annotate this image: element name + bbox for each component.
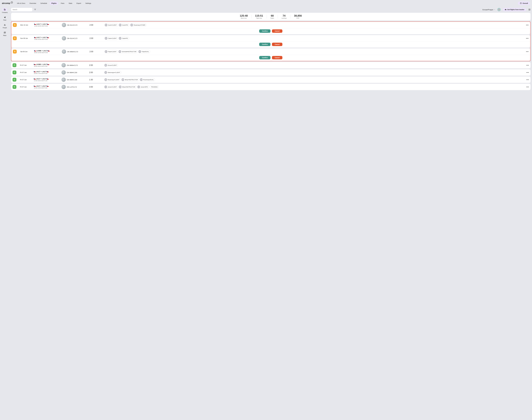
chip-label: Gosh•PIC: [122, 24, 128, 26]
sidebar-item-label: Maps: [3, 35, 6, 36]
confirm-button[interactable]: Confirm: [259, 56, 271, 59]
duration: 1:30: [89, 79, 103, 81]
more-button[interactable]: •••: [525, 86, 529, 88]
chip-label: Schmidt•INSTRUCTOR: [122, 51, 137, 52]
get-flights-button[interactable]: Get flights from tracker: [503, 8, 526, 11]
more-button[interactable]: •••: [524, 37, 529, 40]
chevron-down-icon: [494, 9, 495, 10]
flight-row[interactable]: CFri 07 JunLKLT✈LKLT15:00-17:00 CEST•2:0…: [11, 69, 531, 76]
stat-flights: 68Flights: [270, 14, 274, 19]
flight-row[interactable]: CFri 07 JunLKLT✈LKLT13:30-15:00 CEST•1:3…: [11, 76, 531, 83]
time-subtext: 08:00-10:00 CEST•2:00: [34, 52, 61, 53]
person-chip[interactable]: JSSteinmayer•CLIENT: [104, 71, 121, 74]
timezone-select[interactable]: Europe/Prague: [483, 9, 495, 11]
person-chip[interactable]: EFFiala•CLIENT: [104, 50, 118, 53]
svg-rect-24: [529, 10, 529, 10]
cancel-button[interactable]: Cancel: [272, 56, 282, 59]
person-chip[interactable]: GJJones•CLIENT: [104, 85, 118, 89]
time-subtext: 13:30-15:00 CEST•1:30: [34, 80, 61, 81]
flight-route: LKLT✈LKLT14:00-16:00 CEST•2:00: [34, 23, 61, 27]
person-chip[interactable]: SRRosemary•OTHER: [130, 23, 146, 27]
nav-export[interactable]: Export: [75, 1, 83, 5]
more-button[interactable]: •••: [525, 71, 529, 74]
sidebar-item-maps[interactable]: Maps: [0, 31, 10, 36]
confirm-button[interactable]: Confirm: [259, 29, 271, 33]
flight-row[interactable]: SSat 08 JunLKMB✈LKLT08:00-10:00 CEST•2:0…: [11, 48, 530, 55]
nav-stats[interactable]: Stats: [67, 1, 74, 5]
cancel-button[interactable]: Cancel: [272, 29, 282, 33]
flight-card: SSat 08 JunLKMB✈LKLT08:00-10:00 CEST•2:0…: [11, 48, 530, 61]
stat-eur: 38,856EUR: [294, 14, 302, 19]
time-subtext: 10:00-13:00 CEST•3:00: [34, 87, 61, 89]
stat-value: 74: [281, 14, 287, 17]
time-subtext: 13:00-15:00 CEST•2:00: [34, 39, 61, 40]
person-chip[interactable]: PSSchmidt•INSTRUCTOR: [118, 50, 137, 53]
tag-chip[interactable]: TRAINING: [150, 85, 159, 89]
time-subtext: 15:00-17:00 CEST•2:00: [34, 73, 61, 74]
person-chip[interactable]: PGGosh•PIC: [119, 23, 129, 27]
aircraft-image: [61, 63, 66, 67]
sidebar-item-fleet[interactable]: Fleet: [0, 15, 10, 21]
avatar: CC: [119, 37, 122, 40]
chip-label: Minar•INSTRUCTOR: [122, 86, 135, 88]
aircraft-text: OK-OLV•C172: [67, 37, 77, 39]
search-input[interactable]: [11, 8, 32, 11]
aircraft-image: [61, 77, 66, 82]
person-chip[interactable]: EFFiala•DUAL: [138, 50, 150, 53]
duration: 2:00: [90, 50, 103, 53]
flight-row[interactable]: SSun 09 JunLKLT✈LKLT13:00-15:00 CEST•2:0…: [11, 35, 530, 42]
person-chip[interactable]: SMMinar•INSTRUCTOR: [119, 85, 136, 89]
person-chip[interactable]: PGGosh•CLIENT: [104, 23, 118, 27]
overall-label: Overall: [522, 2, 528, 4]
flag-icon: [34, 24, 36, 25]
apps-button[interactable]: [528, 9, 531, 11]
person-chip[interactable]: GJJones•SPIC: [137, 85, 149, 89]
more-button[interactable]: •••: [524, 24, 529, 26]
more-button[interactable]: •••: [525, 79, 529, 81]
flight-row[interactable]: CFri 07 JunLKLT✈LKLT10:00-13:00 CEST•3:0…: [11, 84, 531, 90]
person-chip[interactable]: SRRosemary•DUAL: [140, 78, 155, 81]
from-code: LKLT: [36, 36, 41, 38]
plane-icon: ✈: [41, 64, 43, 65]
flight-row[interactable]: SMon 10 JunLKLT✈LKLT14:00-16:00 CEST•2:0…: [11, 22, 530, 28]
nav-flights[interactable]: Flights: [50, 1, 58, 5]
nav-info-docs[interactable]: Info & Docs: [15, 1, 27, 5]
person-chip[interactable]: CCClark•CLIENT: [104, 37, 118, 40]
svg-rect-23: [530, 9, 530, 10]
action-row: ConfirmCancel: [11, 55, 530, 61]
overall-button[interactable]: Overall: [518, 1, 530, 5]
aircraft-text: OK-MMI•C150: [67, 79, 77, 81]
confirm-button[interactable]: Confirm: [259, 43, 271, 46]
nav-settings[interactable]: Settings: [84, 1, 93, 5]
brand-text: aircomp: [2, 2, 10, 4]
more-button[interactable]: •••: [525, 64, 529, 66]
flight-row[interactable]: CFri 07 JunLKMB✈LKLT16:00-18:00 CEST•2:0…: [11, 62, 531, 68]
aircraft-cell: OK-OLV•C172: [62, 36, 88, 40]
person-chip[interactable]: SMMinar•INSTRUCTOR: [121, 78, 139, 81]
sidebar-item-people[interactable]: People: [0, 23, 10, 29]
more-button[interactable]: •••: [524, 50, 529, 53]
nav-schedule[interactable]: Schedule: [39, 1, 49, 5]
duration: 3:00: [89, 86, 103, 88]
chip-label: Fiala•DUAL: [142, 51, 149, 52]
nav-overview[interactable]: Overview: [28, 1, 38, 5]
sidebar-item-company[interactable]: Company: [0, 8, 10, 13]
aircraft-cell: OK-MMA•C172: [61, 63, 88, 67]
person-chip[interactable]: CCClark•PIC: [118, 37, 129, 40]
flight-card: SMon 10 JunLKLT✈LKLT14:00-16:00 CEST•2:0…: [11, 22, 530, 34]
person-chip[interactable]: SRRosemary•CLIENT: [104, 78, 121, 81]
stat-landings: 74Landings: [281, 14, 287, 19]
svg-rect-18: [529, 9, 529, 9]
svg-rect-0: [520, 3, 521, 4]
flight-route: LKLT✈LKLT15:00-17:00 CEST•2:00: [34, 71, 61, 74]
stat-label: Landings: [281, 17, 287, 19]
cancel-button[interactable]: Cancel: [272, 43, 282, 46]
clock-button[interactable]: [498, 8, 501, 11]
filter-button[interactable]: [33, 8, 37, 11]
maps-icon: [2, 31, 7, 34]
stat-value: 125:48: [240, 14, 248, 17]
flight-card: CFri 07 JunLKLT✈LKLT13:30-15:00 CEST•1:3…: [11, 76, 531, 83]
stat-block-time: 125:48Block time: [240, 14, 248, 19]
nav-fees[interactable]: Fees: [59, 1, 66, 5]
person-chip[interactable]: RGGross•CLIENT: [104, 63, 118, 67]
